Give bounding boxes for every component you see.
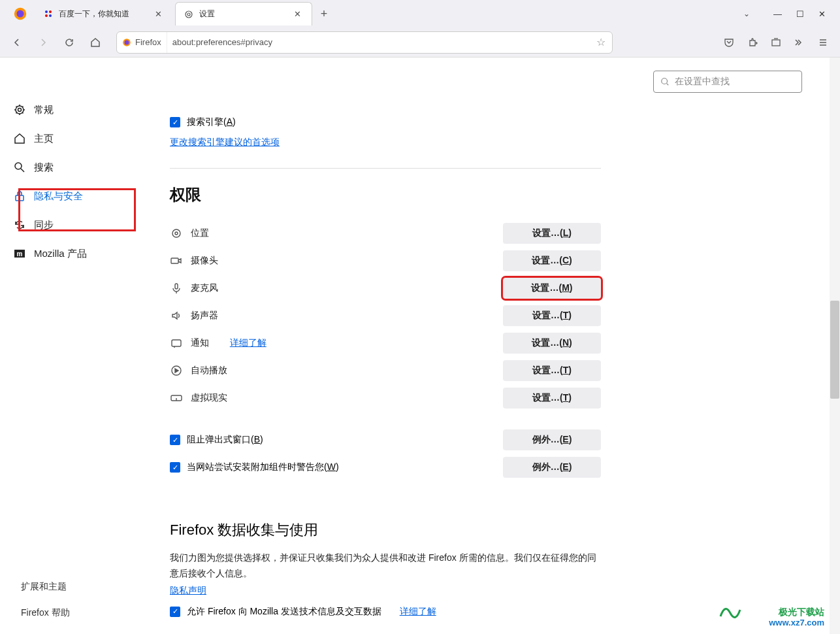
section-permissions-title: 权限	[170, 184, 601, 205]
home-button[interactable]	[85, 32, 106, 53]
watermark-logo-icon	[717, 600, 743, 626]
perm-label: 位置	[191, 227, 209, 239]
svg-point-6	[186, 11, 192, 18]
checkbox-label: 搜索引擎(A)	[187, 116, 236, 128]
microphone-settings-button[interactable]: 设置…(M)	[503, 278, 601, 299]
sync-icon	[13, 218, 26, 231]
sidebar-item-general[interactable]: 常规	[0, 95, 137, 124]
sidebar-item-label: Firefox 帮助	[21, 607, 70, 619]
data-collection-text: 我们力图为您提供选择权，并保证只收集我们为众人提供和改进 Firefox 所需的…	[170, 550, 601, 582]
camera-settings-button[interactable]: 设置…(C)	[503, 250, 601, 271]
svg-point-12	[18, 108, 22, 112]
svg-point-18	[662, 78, 668, 84]
tab-settings[interactable]: 设置 ✕	[175, 2, 312, 25]
pocket-icon[interactable]	[719, 32, 739, 53]
svg-point-9	[125, 40, 129, 44]
perm-label: 麦克风	[191, 282, 218, 294]
perm-row-location: 位置 设置…(L)	[170, 220, 601, 247]
svg-text:m: m	[17, 250, 23, 258]
svg-point-19	[172, 229, 180, 237]
sidebar-item-sync[interactable]: 同步	[0, 210, 137, 239]
checkbox-telemetry[interactable]: ✓ 允许 Firefox 向 Mozilla 发送技术信息及交互数据 详细了解	[170, 606, 601, 618]
section-data-title: Firefox 数据收集与使用	[170, 520, 601, 540]
perm-row-notification: 通知 详细了解 设置…(N)	[170, 329, 601, 357]
overflow-icon[interactable]	[789, 32, 810, 53]
popup-exceptions-button[interactable]: 例外…(E)	[503, 429, 601, 450]
svg-rect-23	[172, 340, 181, 346]
checkbox-search-engine[interactable]: ✓ 搜索引擎(A)	[170, 116, 601, 128]
watermark: 极光下载站 www.xz7.com	[769, 606, 824, 629]
svg-point-7	[187, 13, 190, 16]
svg-rect-14	[16, 195, 24, 201]
svg-rect-22	[175, 284, 178, 289]
autoplay-settings-button[interactable]: 设置…(T)	[503, 360, 601, 381]
sidebar-item-search[interactable]: 搜索	[0, 153, 137, 182]
gear-icon	[184, 9, 194, 20]
url-identity[interactable]: Firefox	[117, 32, 167, 53]
search-icon	[660, 77, 670, 86]
firefox-logo-icon	[122, 38, 131, 47]
reload-button[interactable]	[59, 32, 80, 53]
close-icon[interactable]: ✕	[291, 8, 304, 20]
location-settings-button[interactable]: 设置…(L)	[503, 223, 601, 244]
tab-baidu[interactable]: 百度一下，你就知道 ✕	[35, 2, 172, 25]
close-window-button[interactable]: ✕	[818, 9, 826, 19]
perm-row-autoplay: 自动播放 设置…(T)	[170, 357, 601, 384]
maximize-button[interactable]: ☐	[796, 9, 804, 19]
telemetry-learn-more-link[interactable]: 详细了解	[400, 606, 436, 618]
sidebar-item-privacy[interactable]: 隐私与安全	[0, 182, 137, 210]
new-tab-button[interactable]: +	[314, 3, 334, 24]
settings-sidebar: 常规 主页 搜索 隐私与安全 同步 m Mozilla 产品 扩展和主题	[0, 58, 137, 634]
mozilla-icon: m	[13, 247, 26, 260]
preferences-page: 常规 主页 搜索 隐私与安全 同步 m Mozilla 产品 扩展和主题	[0, 58, 840, 634]
sidebar-item-label: 搜索	[34, 161, 54, 174]
notification-settings-button[interactable]: 设置…(N)	[503, 333, 601, 354]
app-menu-icon[interactable]	[813, 32, 833, 53]
privacy-notice-link[interactable]: 隐私声明	[170, 585, 206, 595]
settings-search-input[interactable]: 在设置中查找	[653, 71, 802, 93]
sidebar-item-help[interactable]: Firefox 帮助	[0, 600, 137, 626]
back-button[interactable]	[7, 32, 27, 53]
checkbox-block-popup[interactable]: ✓ 阻止弹出式窗口(B)	[170, 434, 263, 446]
tab-title: 设置	[199, 8, 215, 20]
tabs-dropdown-button[interactable]: ⌄	[743, 9, 750, 18]
perm-label: 扬声器	[191, 310, 218, 322]
svg-point-4	[45, 14, 48, 17]
sidebar-item-mozilla[interactable]: m Mozilla 产品	[0, 239, 137, 268]
checkbox-label: 当网站尝试安装附加组件时警告您(W)	[187, 461, 339, 473]
close-icon[interactable]: ✕	[152, 8, 165, 20]
baidu-favicon-icon	[43, 8, 54, 19]
sidebar-item-label: 常规	[34, 104, 54, 116]
perm-row-vr: 虚拟现实 设置…(T)	[170, 384, 601, 412]
perm-row-microphone: 麦克风 设置…(M)	[170, 275, 601, 302]
bookmark-star-icon[interactable]: ☆	[590, 36, 612, 48]
forward-button[interactable]	[33, 32, 54, 53]
addon-exceptions-button[interactable]: 例外…(E)	[503, 457, 601, 478]
extensions-icon[interactable]	[742, 32, 763, 53]
url-bar[interactable]: Firefox about:preferences#privacy ☆	[116, 31, 613, 54]
minimize-button[interactable]: —	[773, 9, 782, 19]
screenshot-icon[interactable]	[766, 32, 786, 53]
checkbox-checked-icon: ✓	[170, 435, 180, 445]
svg-point-1	[17, 10, 24, 18]
checkbox-checked-icon: ✓	[170, 462, 180, 473]
svg-rect-10	[772, 40, 780, 46]
perm-label: 自动播放	[191, 365, 227, 376]
notification-learn-more-link[interactable]: 详细了解	[230, 337, 267, 349]
perm-label: 通知	[191, 337, 209, 349]
sidebar-item-home[interactable]: 主页	[0, 124, 137, 153]
search-prefs-link[interactable]: 更改搜索引擎建议的首选项	[170, 137, 280, 147]
section-data-collection: Firefox 数据收集与使用 我们力图为您提供选择权，并保证只收集我们为众人提…	[170, 520, 601, 618]
firefox-logo-icon	[13, 7, 27, 21]
svg-point-5	[49, 14, 52, 17]
checkbox-label: 阻止弹出式窗口(B)	[187, 434, 263, 446]
perm-row-addon-warn: ✓ 当网站尝试安装附加组件时警告您(W) 例外…(E)	[170, 454, 601, 481]
autoplay-icon	[170, 364, 183, 377]
divider	[170, 168, 601, 169]
checkbox-addon-warn[interactable]: ✓ 当网站尝试安装附加组件时警告您(W)	[170, 461, 339, 473]
sidebar-item-extensions[interactable]: 扩展和主题	[0, 574, 137, 600]
speaker-settings-button[interactable]: 设置…(T)	[503, 305, 601, 326]
vr-settings-button[interactable]: 设置…(T)	[503, 388, 601, 409]
watermark-name: 极光下载站	[769, 606, 824, 618]
perm-row-speaker: 扬声器 设置…(T)	[170, 302, 601, 329]
